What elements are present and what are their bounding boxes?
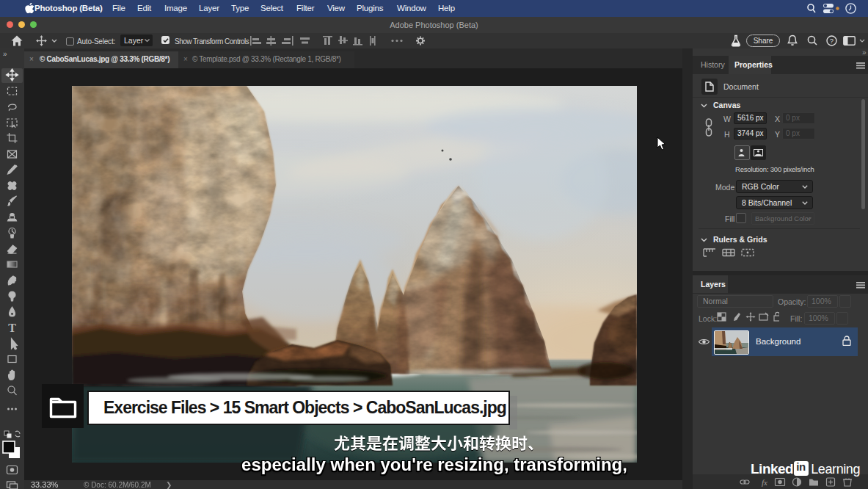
svg-text:fx: fx	[762, 478, 767, 487]
svg-text:?: ?	[830, 37, 834, 45]
svg-text:T: T	[8, 322, 16, 334]
